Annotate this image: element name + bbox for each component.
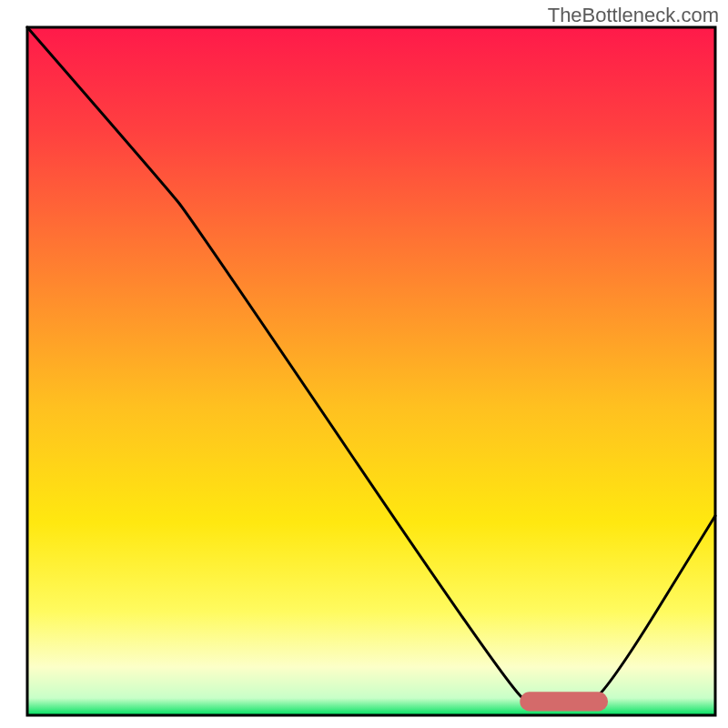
bottleneck-chart: TheBottleneck.com [0, 0, 728, 728]
watermark-text: TheBottleneck.com [548, 4, 719, 27]
chart-svg [0, 0, 728, 728]
gradient-background [27, 27, 715, 715]
